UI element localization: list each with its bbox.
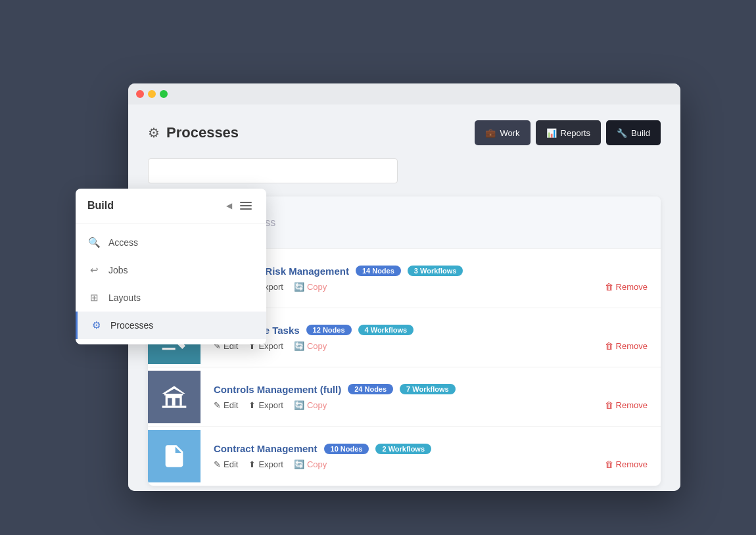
table-row: Contract Management 10 Nodes 2 Workflows… xyxy=(148,427,661,486)
reports-icon: 📊 xyxy=(546,128,557,138)
enterprise-workflows-badge: 3 Workflows xyxy=(408,266,463,276)
controls-icon-box xyxy=(148,371,201,423)
edit-icon: ✎ xyxy=(214,400,221,410)
contract-details: Contract Management 10 Nodes 2 Workflows… xyxy=(201,435,661,477)
controls-details: Controls Management (full) 24 Nodes 7 Wo… xyxy=(201,376,661,418)
contract-icon-box xyxy=(148,430,201,482)
remove-icon: 🗑 xyxy=(605,400,613,410)
menu-line-3 xyxy=(240,208,252,210)
copy-icon: 🔄 xyxy=(294,282,304,292)
copy-icon: 🔄 xyxy=(294,341,304,351)
layouts-icon: ⊞ xyxy=(87,292,101,304)
compliance-remove-label: Remove xyxy=(616,341,648,351)
compliance-workflows-badge: 4 Workflows xyxy=(358,325,414,335)
enterprise-remove-label: Remove xyxy=(616,282,648,292)
processes-icon: ⚙ xyxy=(148,125,160,141)
contract-copy-link[interactable]: 🔄 Copy xyxy=(294,459,327,469)
sidebar-item-processes[interactable]: ⚙ Processes xyxy=(76,312,266,339)
export-icon: ⬆ xyxy=(248,400,256,410)
sidebar-overlay: Build ◀ 🔍 Access ↩ Jobs ⊞ Layouts xyxy=(76,189,266,344)
contract-copy-label: Copy xyxy=(307,459,327,469)
contract-edit-label: Edit xyxy=(224,459,238,469)
enterprise-actions: ✎ Edit ⬆ Export 🔄 Copy xyxy=(214,282,648,292)
controls-remove-link[interactable]: 🗑 Remove xyxy=(605,400,648,410)
search-bar-row xyxy=(148,158,661,183)
compliance-remove-link[interactable]: 🗑 Remove xyxy=(605,341,648,351)
sidebar-item-jobs[interactable]: ↩ Jobs xyxy=(76,256,266,284)
controls-nodes-badge: 24 Nodes xyxy=(348,384,393,394)
contract-export-link[interactable]: ⬆ Export xyxy=(248,459,283,469)
copy-icon: 🔄 xyxy=(294,459,304,469)
contract-name: Contract Management xyxy=(214,443,318,454)
compliance-details: Compliance Tasks 12 Nodes 4 Workflows ✎ … xyxy=(201,317,661,359)
enterprise-copy-link[interactable]: 🔄 Copy xyxy=(294,282,327,292)
work-label: Work xyxy=(500,128,519,138)
sidebar-arrow-icon: ◀ xyxy=(226,201,232,210)
controls-name: Controls Management (full) xyxy=(214,384,341,395)
traffic-light-red[interactable] xyxy=(136,90,144,98)
enterprise-remove-link[interactable]: 🗑 Remove xyxy=(605,282,648,292)
sidebar-item-layouts-label: Layouts xyxy=(108,292,141,303)
sidebar-item-processes-label: Processes xyxy=(110,320,153,331)
controls-export-label: Export xyxy=(258,400,283,410)
sidebar-item-access-label: Access xyxy=(108,237,138,248)
controls-copy-link[interactable]: 🔄 Copy xyxy=(294,400,327,410)
controls-export-link[interactable]: ⬆ Export xyxy=(248,400,283,410)
export-icon: ⬆ xyxy=(248,459,256,469)
menu-line-1 xyxy=(240,202,252,203)
jobs-icon: ↩ xyxy=(87,264,101,276)
sidebar-nav: 🔍 Access ↩ Jobs ⊞ Layouts ⚙ Processes xyxy=(76,223,266,344)
compliance-copy-link[interactable]: 🔄 Copy xyxy=(294,341,327,351)
edit-icon: ✎ xyxy=(214,459,221,469)
sidebar-menu-button[interactable] xyxy=(237,199,254,212)
work-button[interactable]: 💼 Work xyxy=(475,120,530,145)
contract-nodes-badge: 10 Nodes xyxy=(324,444,369,454)
screen-wrapper: ⚙ Processes 💼 Work 📊 Reports 🔧 Build xyxy=(76,44,680,491)
remove-icon: 🗑 xyxy=(605,341,613,351)
sidebar-title: Build xyxy=(87,200,114,212)
sidebar-item-jobs-label: Jobs xyxy=(108,265,128,275)
reports-button[interactable]: 📊 Reports xyxy=(536,120,602,145)
contract-title-row: Contract Management 10 Nodes 2 Workflows xyxy=(214,443,648,454)
build-icon: 🔧 xyxy=(617,128,627,138)
contract-remove-link[interactable]: 🗑 Remove xyxy=(605,459,648,469)
browser-titlebar xyxy=(128,83,680,105)
contract-edit-link[interactable]: ✎ Edit xyxy=(214,459,238,469)
bank-icon xyxy=(161,384,187,410)
controls-actions: ✎ Edit ⬆ Export 🔄 Copy xyxy=(214,400,648,410)
build-button[interactable]: 🔧 Build xyxy=(606,120,661,145)
work-icon: 💼 xyxy=(485,128,496,138)
controls-title-row: Controls Management (full) 24 Nodes 7 Wo… xyxy=(214,384,648,395)
enterprise-nodes-badge: 14 Nodes xyxy=(356,266,401,276)
document-icon xyxy=(161,443,187,469)
compliance-copy-label: Copy xyxy=(307,341,327,351)
sidebar-item-layouts[interactable]: ⊞ Layouts xyxy=(76,284,266,312)
remove-icon: 🗑 xyxy=(605,282,613,292)
reports-label: Reports xyxy=(561,128,591,138)
contract-remove-label: Remove xyxy=(616,459,648,469)
sidebar-item-access[interactable]: 🔍 Access xyxy=(76,229,266,256)
enterprise-copy-label: Copy xyxy=(307,282,327,292)
sidebar-header: Build ◀ xyxy=(76,189,266,223)
search-input[interactable] xyxy=(148,158,398,183)
traffic-light-green[interactable] xyxy=(160,90,168,98)
access-icon: 🔍 xyxy=(87,237,101,248)
table-row: Controls Management (full) 24 Nodes 7 Wo… xyxy=(148,367,661,427)
controls-edit-link[interactable]: ✎ Edit xyxy=(214,400,238,410)
contract-actions: ✎ Edit ⬆ Export 🔄 Copy xyxy=(214,459,648,469)
compliance-nodes-badge: 12 Nodes xyxy=(306,325,352,335)
controls-edit-label: Edit xyxy=(224,400,238,410)
controls-copy-label: Copy xyxy=(307,400,327,410)
compliance-title-row: Compliance Tasks 12 Nodes 4 Workflows xyxy=(214,325,648,336)
page-title: Processes xyxy=(166,124,239,141)
controls-remove-label: Remove xyxy=(616,400,648,410)
processes-sidebar-icon: ⚙ xyxy=(89,319,103,331)
svg-rect-0 xyxy=(162,406,187,407)
header-buttons: 💼 Work 📊 Reports 🔧 Build xyxy=(475,120,661,145)
page-header: ⚙ Processes 💼 Work 📊 Reports 🔧 Build xyxy=(148,120,661,145)
page-title-area: ⚙ Processes xyxy=(148,124,239,141)
compliance-actions: ✎ Edit ⬆ Export 🔄 Copy xyxy=(214,341,648,351)
build-label: Build xyxy=(631,128,650,138)
contract-export-label: Export xyxy=(258,459,283,469)
traffic-light-yellow[interactable] xyxy=(148,90,156,98)
